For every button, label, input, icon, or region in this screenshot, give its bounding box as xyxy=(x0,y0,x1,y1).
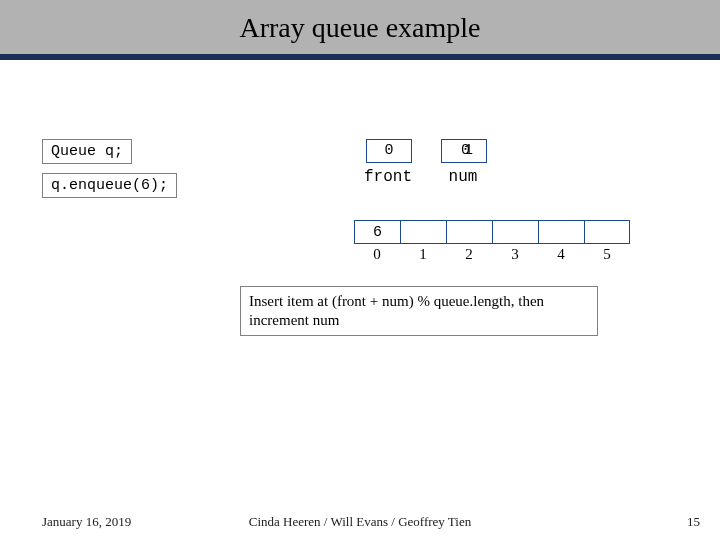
index-4: 4 xyxy=(538,246,584,263)
num-label: num xyxy=(441,168,485,186)
index-1: 1 xyxy=(400,246,446,263)
index-0: 0 xyxy=(354,246,400,263)
header-rule xyxy=(0,54,720,60)
array-cell-5 xyxy=(584,220,630,244)
front-value-box: 0 xyxy=(366,139,412,163)
num-value-box: 01 xyxy=(441,139,487,163)
code-line-1: Queue q; xyxy=(42,139,132,164)
index-2: 2 xyxy=(446,246,492,263)
explanation-box: Insert item at (front + num) % queue.len… xyxy=(240,286,598,336)
array-cell-2 xyxy=(446,220,492,244)
array-cell-1 xyxy=(400,220,446,244)
array-cell-4 xyxy=(538,220,584,244)
num-value-new: 1 xyxy=(464,142,467,159)
slide-header: Array queue example xyxy=(0,0,720,54)
index-5: 5 xyxy=(584,246,630,263)
footer-page: 15 xyxy=(687,514,700,530)
index-3: 3 xyxy=(492,246,538,263)
front-label: front xyxy=(358,168,418,186)
array-cells: 6 xyxy=(354,220,630,244)
array-cell-3 xyxy=(492,220,538,244)
code-line-2: q.enqueue(6); xyxy=(42,173,177,198)
slide-title: Array queue example xyxy=(0,0,720,44)
footer-authors: Cinda Heeren / Will Evans / Geoffrey Tie… xyxy=(0,514,720,530)
array-indices: 0 1 2 3 4 5 xyxy=(354,246,630,263)
array-cell-0: 6 xyxy=(354,220,400,244)
